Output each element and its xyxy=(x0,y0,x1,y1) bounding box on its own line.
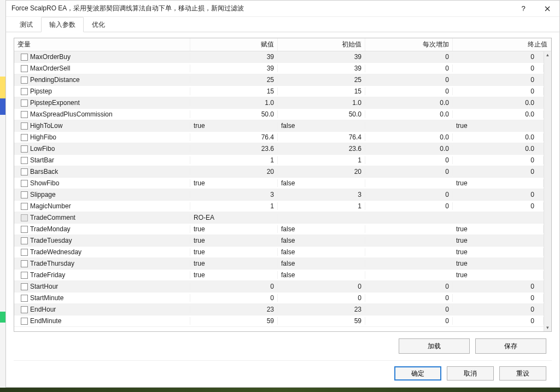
table-row[interactable]: EndMinute595900 xyxy=(14,315,544,327)
value-cell[interactable]: 59 xyxy=(190,317,278,325)
row-checkbox[interactable] xyxy=(21,65,28,72)
initial-cell[interactable]: false xyxy=(278,179,365,187)
table-row[interactable]: TradeFridaytruefalsetrue xyxy=(14,270,544,281)
table-row[interactable]: LowFibo23.623.60.00.0 xyxy=(14,143,544,155)
variable-cell[interactable]: TradeWednesday xyxy=(14,248,190,256)
variable-cell[interactable]: MaxOrderBuy xyxy=(14,53,190,61)
cancel-button[interactable]: 取消 xyxy=(447,366,494,381)
initial-cell[interactable]: 0 xyxy=(278,294,365,302)
row-checkbox[interactable] xyxy=(21,318,28,325)
value-cell[interactable]: true xyxy=(190,225,278,233)
variable-cell[interactable]: EndMinute xyxy=(14,317,190,325)
end-cell[interactable]: 0 xyxy=(453,87,544,95)
variable-cell[interactable]: TradeThursday xyxy=(14,260,190,267)
row-checkbox[interactable] xyxy=(21,77,28,84)
initial-cell[interactable]: 20 xyxy=(278,168,365,175)
value-cell[interactable]: 15 xyxy=(190,87,278,95)
col-initial[interactable]: 初始值 xyxy=(278,38,365,51)
row-checkbox[interactable] xyxy=(21,203,28,210)
ok-button[interactable]: 确定 xyxy=(394,366,441,381)
initial-cell[interactable]: 25 xyxy=(278,76,365,84)
initial-cell[interactable]: 50.0 xyxy=(278,110,365,118)
value-cell[interactable]: 1.0 xyxy=(190,99,278,107)
initial-cell[interactable]: 1 xyxy=(278,202,365,210)
value-cell[interactable]: true xyxy=(190,179,278,187)
initial-cell[interactable]: 1 xyxy=(278,156,365,164)
row-checkbox[interactable] xyxy=(21,249,28,256)
variable-cell[interactable]: LowFibo xyxy=(14,145,190,153)
variable-cell[interactable]: TradeComment xyxy=(14,214,190,221)
value-cell[interactable]: true xyxy=(190,122,278,130)
end-cell[interactable]: 0 xyxy=(453,156,544,164)
initial-cell[interactable]: false xyxy=(278,260,365,267)
table-row[interactable]: EndHour232300 xyxy=(14,304,544,315)
variable-cell[interactable]: ShowFibo xyxy=(14,179,190,187)
end-cell[interactable]: 0.0 xyxy=(453,145,544,153)
variable-cell[interactable]: Pipstep xyxy=(14,87,190,95)
step-cell[interactable]: 0 xyxy=(365,202,453,210)
table-row[interactable]: StartBar1100 xyxy=(14,155,544,166)
col-variable[interactable]: 变量 xyxy=(14,38,190,51)
variable-cell[interactable]: TradeTuesday xyxy=(14,237,190,244)
end-cell[interactable]: 0 xyxy=(453,283,544,290)
row-checkbox[interactable] xyxy=(21,180,28,187)
variable-cell[interactable]: StartMinute xyxy=(14,294,190,302)
row-checkbox[interactable] xyxy=(21,191,28,198)
row-checkbox[interactable] xyxy=(21,283,28,290)
row-checkbox[interactable] xyxy=(21,111,28,118)
table-row[interactable]: MaxOrderSell393900 xyxy=(14,63,544,74)
row-checkbox[interactable] xyxy=(21,134,28,141)
variable-cell[interactable]: MaxOrderSell xyxy=(14,65,190,72)
variable-cell[interactable]: Slippage xyxy=(14,191,190,198)
table-row[interactable]: StartHour0000 xyxy=(14,281,544,292)
end-cell[interactable]: true xyxy=(453,179,544,187)
row-checkbox[interactable] xyxy=(21,295,28,302)
step-cell[interactable]: 0 xyxy=(365,156,453,164)
initial-cell[interactable]: 39 xyxy=(278,65,365,72)
variable-cell[interactable]: HighToLow xyxy=(14,122,190,130)
scrollbar[interactable]: ▴ ▾ xyxy=(544,51,551,331)
row-checkbox[interactable] xyxy=(21,54,28,61)
end-cell[interactable]: 0 xyxy=(453,76,544,84)
value-cell[interactable]: 76.4 xyxy=(190,133,278,141)
initial-cell[interactable]: false xyxy=(278,248,365,256)
step-cell[interactable]: 0.0 xyxy=(365,110,453,118)
initial-cell[interactable]: false xyxy=(278,225,365,233)
value-cell[interactable]: 25 xyxy=(190,76,278,84)
step-cell[interactable]: 0.0 xyxy=(365,133,453,141)
row-checkbox[interactable] xyxy=(21,88,28,95)
initial-cell[interactable]: 23.6 xyxy=(278,145,365,153)
initial-cell[interactable]: 15 xyxy=(278,87,365,95)
table-row[interactable]: Slippage3300 xyxy=(14,189,544,201)
value-cell[interactable]: true xyxy=(190,237,278,244)
initial-cell[interactable]: 3 xyxy=(278,191,365,198)
variable-cell[interactable]: TradeFriday xyxy=(14,271,190,279)
step-cell[interactable]: 0 xyxy=(365,294,453,302)
value-cell[interactable]: true xyxy=(190,260,278,267)
table-row[interactable]: PipstepExponent1.01.00.00.0 xyxy=(14,97,544,109)
row-checkbox[interactable] xyxy=(21,168,28,175)
end-cell[interactable]: true xyxy=(453,237,544,244)
col-step[interactable]: 每次增加 xyxy=(365,38,453,51)
initial-cell[interactable]: false xyxy=(278,271,365,279)
value-cell[interactable]: 1 xyxy=(190,156,278,164)
end-cell[interactable]: 0 xyxy=(453,294,544,302)
initial-cell[interactable]: 1.0 xyxy=(278,99,365,107)
variable-cell[interactable]: StartBar xyxy=(14,156,190,164)
step-cell[interactable]: 0 xyxy=(365,317,453,325)
table-row[interactable]: TradeThursdaytruefalsetrue xyxy=(14,258,544,270)
end-cell[interactable]: 0.0 xyxy=(453,99,544,107)
end-cell[interactable]: 0 xyxy=(453,317,544,325)
end-cell[interactable]: 0 xyxy=(453,191,544,198)
table-row[interactable]: MagicNumber1100 xyxy=(14,201,544,212)
step-cell[interactable]: 0 xyxy=(365,53,453,61)
value-cell[interactable]: 23 xyxy=(190,306,278,313)
value-cell[interactable]: RO-EA xyxy=(190,214,278,221)
step-cell[interactable]: 0 xyxy=(365,168,453,175)
table-row[interactable]: MaxOrderBuy393900 xyxy=(14,51,544,63)
table-row[interactable]: TradeMondaytruefalsetrue xyxy=(14,224,544,235)
step-cell[interactable]: 0 xyxy=(365,76,453,84)
variable-cell[interactable]: StartHour xyxy=(14,283,190,290)
step-cell[interactable]: 0 xyxy=(365,191,453,198)
table-row[interactable]: HighFibo76.476.40.00.0 xyxy=(14,132,544,143)
